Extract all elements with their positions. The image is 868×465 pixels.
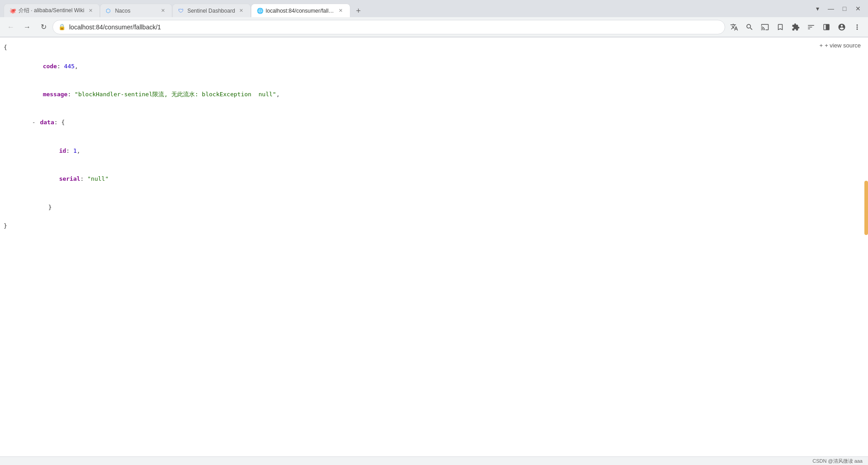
scrollbar[interactable] — [864, 181, 868, 235]
json-viewer: { code: 445, message: "blockHandler-sent… — [0, 43, 868, 231]
json-root-close: } — [4, 221, 864, 231]
window-action-buttons: ▾ — □ ✕ — [811, 2, 864, 15]
json-line-3: message: "blockHandler-sentinel限流, 无此流水:… — [0, 80, 868, 108]
tab-title-github: 介绍 · alibaba/Sentinel Wiki — [19, 7, 84, 14]
tab-title-localhost: localhost:84/consumer/fallbac — [266, 8, 335, 14]
json-brace-open: { — [4, 43, 864, 52]
reload-button[interactable]: ↻ — [36, 20, 51, 34]
collapse-button[interactable]: - — [32, 119, 36, 126]
view-source-icon: + — [820, 41, 823, 51]
status-text: CSDN @清风微读 aaa — [812, 458, 863, 465]
tab-nacos[interactable]: ⬡ Nacos ✕ — [100, 4, 172, 17]
localhost-favicon: 🌐 — [257, 8, 263, 14]
zoom-button[interactable] — [742, 20, 757, 34]
title-bar: 🐙 介绍 · alibaba/Sentinel Wiki ✕ ⬡ Nacos ✕… — [0, 0, 868, 17]
tab-close-localhost[interactable]: ✕ — [337, 7, 344, 14]
tab-close-nacos[interactable]: ✕ — [159, 7, 166, 14]
forward-button[interactable]: → — [20, 20, 34, 34]
json-data-key: -data: { — [4, 109, 864, 137]
translate-button[interactable] — [727, 20, 741, 34]
json-line-2: code: 445, — [0, 52, 868, 80]
new-tab-button[interactable]: + — [352, 5, 365, 17]
nacos-favicon: ⬡ — [106, 8, 112, 14]
github-favicon: 🐙 — [9, 8, 16, 14]
json-id: id: 1, — [4, 137, 864, 165]
json-line-7: } — [0, 193, 868, 221]
extensions-button[interactable] — [788, 20, 803, 34]
bookmark-button[interactable] — [773, 20, 788, 34]
tab-sentinel[interactable]: 🛡 Sentinel Dashboard ✕ — [172, 4, 250, 17]
tab-strip-menu-button[interactable]: ▾ — [811, 2, 824, 15]
menu-button[interactable] — [850, 20, 864, 34]
reading-list-button[interactable] — [804, 20, 818, 34]
security-icon: 🔒 — [58, 23, 66, 30]
tab-title-nacos: Nacos — [115, 8, 156, 14]
json-data-close: } — [4, 193, 864, 221]
close-button[interactable]: ✕ — [852, 2, 864, 15]
json-serial: serial: "null" — [4, 165, 864, 193]
sentinel-favicon: 🛡 — [178, 8, 184, 14]
status-bar: CSDN @清风微读 aaa — [0, 456, 868, 465]
json-line-8: } — [0, 221, 868, 231]
content-area: + + view source { code: 445, message: "b… — [0, 38, 868, 456]
address-text: localhost:84/consumer/fallback/1 — [69, 23, 719, 31]
view-source-label: + view source — [825, 41, 861, 51]
tab-localhost[interactable]: 🌐 localhost:84/consumer/fallbac ✕ — [251, 4, 350, 17]
json-message: message: "blockHandler-sentinel限流, 无此流水:… — [4, 80, 864, 108]
tab-github[interactable]: 🐙 介绍 · alibaba/Sentinel Wiki ✕ — [4, 4, 100, 17]
json-code: code: 445, — [4, 52, 864, 80]
back-button[interactable]: ← — [4, 20, 18, 34]
maximize-button[interactable]: □ — [838, 2, 851, 15]
minimize-button[interactable]: — — [825, 2, 837, 15]
json-line-6: serial: "null" — [0, 165, 868, 193]
toolbar-actions — [727, 20, 864, 34]
json-line-4: -data: { — [0, 109, 868, 137]
toolbar: ← → ↻ 🔒 localhost:84/consumer/fallback/1 — [0, 17, 868, 37]
json-line-1: { — [0, 43, 868, 52]
tab-close-sentinel[interactable]: ✕ — [238, 7, 245, 14]
view-source-button[interactable]: + + view source — [820, 41, 861, 51]
tab-title-sentinel: Sentinel Dashboard — [187, 8, 235, 14]
browser-chrome: 🐙 介绍 · alibaba/Sentinel Wiki ✕ ⬡ Nacos ✕… — [0, 0, 868, 38]
sidebar-button[interactable] — [819, 20, 834, 34]
json-line-5: id: 1, — [0, 137, 868, 165]
tabs-container: 🐙 介绍 · alibaba/Sentinel Wiki ✕ ⬡ Nacos ✕… — [4, 0, 811, 17]
address-bar[interactable]: 🔒 localhost:84/consumer/fallback/1 — [52, 20, 725, 34]
tab-close-github[interactable]: ✕ — [87, 7, 94, 14]
profile-button[interactable] — [835, 20, 849, 34]
cast-button[interactable] — [758, 20, 772, 34]
